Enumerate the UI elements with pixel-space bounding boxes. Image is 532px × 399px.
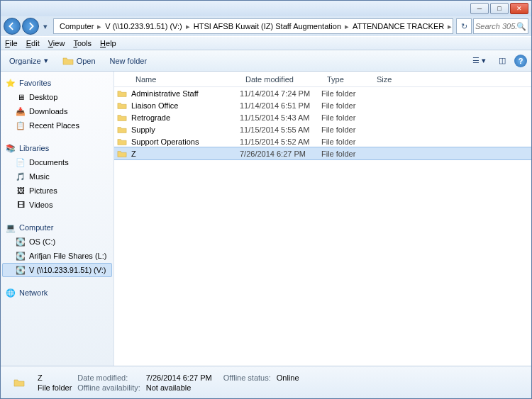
file-row[interactable]: Supply11/15/2014 5:55 AMFile folder xyxy=(114,123,531,135)
nav-videos[interactable]: 🎞Videos xyxy=(2,198,112,212)
file-type: File folder xyxy=(321,89,371,98)
nav-desktop[interactable]: 🖥Desktop xyxy=(2,90,112,104)
explorer-window: ─ □ ✕ ▾ Computer ▸ V (\\10.233.91.51) (V… xyxy=(0,0,532,399)
open-label: Open xyxy=(77,57,96,65)
crumb-computer[interactable]: Computer xyxy=(57,22,96,30)
col-size[interactable]: Size xyxy=(371,75,414,84)
details-avail: Not available xyxy=(146,383,212,392)
file-row[interactable]: Liaison Office11/14/2014 6:51 PMFile fol… xyxy=(114,99,531,111)
file-date: 11/14/2014 6:51 PM xyxy=(240,101,321,110)
netdrive-icon: 💽 xyxy=(15,264,26,276)
file-name: Retrograde xyxy=(130,113,240,122)
file-name: Liaison Office xyxy=(130,101,240,110)
forward-button[interactable] xyxy=(22,18,39,35)
menu-file[interactable]: File xyxy=(5,39,18,47)
chevron-right-icon[interactable]: ▸ xyxy=(447,22,453,31)
menu-bar: File Edit View Tools Help xyxy=(1,36,531,50)
minimize-button[interactable]: ─ xyxy=(470,3,489,14)
chevron-right-icon[interactable]: ▸ xyxy=(96,22,102,31)
details-status: Online xyxy=(277,373,299,382)
col-name[interactable]: Name xyxy=(130,75,240,84)
menu-edit[interactable]: Edit xyxy=(26,39,40,47)
col-date[interactable]: Date modified xyxy=(240,75,321,84)
drive-icon: 💽 xyxy=(15,236,26,247)
nav-libraries-header[interactable]: 📚Libraries xyxy=(2,141,112,155)
file-date: 11/15/2014 5:52 AM xyxy=(240,137,321,146)
file-row[interactable]: Administrative Staff11/14/2014 7:24 PMFi… xyxy=(114,87,531,99)
nav-documents[interactable]: 📄Documents xyxy=(2,155,112,169)
crumb-4[interactable]: Attendance Rosters xyxy=(453,22,453,30)
chevron-right-icon[interactable]: ▸ xyxy=(344,22,350,31)
address-bar[interactable]: Computer ▸ V (\\10.233.91.51) (V:) ▸ HTS… xyxy=(53,18,453,34)
maximize-button[interactable]: □ xyxy=(490,3,509,14)
details-type: File folder xyxy=(38,383,72,392)
nav-arifjan[interactable]: 💽Arifjan File Shares (L:) xyxy=(2,249,112,263)
file-date: 11/15/2014 5:43 AM xyxy=(240,113,321,122)
menu-tools[interactable]: Tools xyxy=(73,39,92,47)
crumb-3[interactable]: ATTENDANCE TRACKER xyxy=(350,22,447,30)
search-box[interactable]: 🔍 xyxy=(473,18,528,34)
refresh-button[interactable]: ↻ xyxy=(456,18,472,34)
file-row[interactable]: Support Operations11/15/2014 5:52 AMFile… xyxy=(114,135,531,147)
folder-icon xyxy=(114,89,130,99)
nav-os-c[interactable]: 💽OS (C:) xyxy=(2,235,112,249)
file-name: Supply xyxy=(130,125,240,134)
view-options-button[interactable]: ☰ ▾ xyxy=(468,55,490,67)
videos-icon: 🎞 xyxy=(15,199,26,210)
folder-icon xyxy=(114,137,130,147)
file-date: 11/15/2014 5:55 AM xyxy=(240,125,321,134)
file-list: Administrative Staff11/14/2014 7:24 PMFi… xyxy=(114,87,531,366)
folder-icon xyxy=(114,125,130,135)
recent-icon: 📋 xyxy=(15,120,26,131)
file-date: 7/26/2014 6:27 PM xyxy=(240,150,321,158)
music-icon: 🎵 xyxy=(15,171,26,182)
close-button[interactable]: ✕ xyxy=(510,3,528,14)
file-row[interactable]: Retrograde11/15/2014 5:43 AMFile folder xyxy=(114,111,531,123)
pictures-icon: 🖼 xyxy=(15,185,26,196)
nav-computer-header[interactable]: 💻Computer xyxy=(2,220,112,235)
newfolder-label: New folder xyxy=(110,57,148,65)
nav-music[interactable]: 🎵Music xyxy=(2,169,112,184)
organize-button[interactable]: Organize ▾ xyxy=(5,55,52,67)
newfolder-button[interactable]: New folder xyxy=(106,55,152,67)
documents-icon: 📄 xyxy=(15,157,26,168)
details-status-label: Offline status: xyxy=(223,373,271,382)
menu-view[interactable]: View xyxy=(48,39,65,47)
nav-v-drive[interactable]: 💽V (\\10.233.91.51) (V:) xyxy=(2,263,112,277)
history-dropdown[interactable]: ▾ xyxy=(40,19,50,33)
file-type: File folder xyxy=(321,137,371,146)
content-area: Name Date modified Type Size Administrat… xyxy=(114,72,531,366)
file-type: File folder xyxy=(321,101,371,110)
network-icon: 🌐 xyxy=(5,287,16,298)
back-button[interactable] xyxy=(4,18,21,35)
menu-help[interactable]: Help xyxy=(100,39,116,47)
nav-network-header[interactable]: 🌐Network xyxy=(2,286,112,300)
nav-row: ▾ Computer ▸ V (\\10.233.91.51) (V:) ▸ H… xyxy=(1,16,531,36)
file-row[interactable]: Z7/26/2014 6:27 PMFile folder xyxy=(114,147,531,159)
preview-pane-button[interactable]: ◫ xyxy=(494,55,510,67)
crumb-2[interactable]: HTSI AFSB Kuwait (IZ) Staff Augmentation xyxy=(191,22,344,30)
open-button[interactable]: Open xyxy=(58,54,100,68)
nav-recent[interactable]: 📋Recent Places xyxy=(2,118,112,133)
toolbar: Organize ▾ Open New folder ☰ ▾ ◫ ? xyxy=(1,50,531,72)
search-input[interactable] xyxy=(475,22,516,30)
nav-favorites-label: Favorites xyxy=(19,79,51,87)
nav-favorites-header[interactable]: ⭐Favorites xyxy=(2,76,112,90)
folder-icon xyxy=(114,149,130,159)
download-icon: 📥 xyxy=(15,106,26,117)
netdrive-icon: 💽 xyxy=(15,250,26,262)
nav-libraries-label: Libraries xyxy=(19,144,49,152)
file-type: File folder xyxy=(321,150,371,158)
help-button[interactable]: ? xyxy=(514,55,527,67)
nav-pictures[interactable]: 🖼Pictures xyxy=(2,184,112,198)
chevron-right-icon[interactable]: ▸ xyxy=(185,22,191,31)
col-type[interactable]: Type xyxy=(321,75,371,84)
body: ⭐Favorites 🖥Desktop 📥Downloads 📋Recent P… xyxy=(1,72,531,366)
folder-icon xyxy=(114,113,130,123)
folder-icon xyxy=(114,101,130,111)
search-icon[interactable]: 🔍 xyxy=(516,22,526,31)
crumb-1[interactable]: V (\\10.233.91.51) (V:) xyxy=(102,22,184,30)
nav-computer-label: Computer xyxy=(19,223,53,232)
nav-downloads[interactable]: 📥Downloads xyxy=(2,104,112,118)
file-name: Z xyxy=(130,150,240,158)
